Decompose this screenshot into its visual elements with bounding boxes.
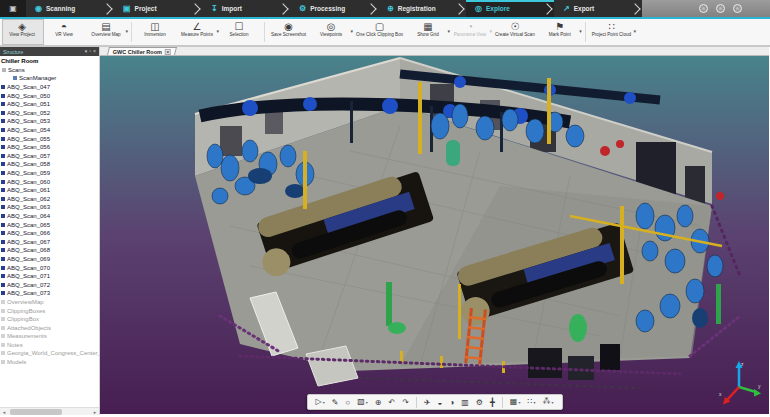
panel-pin-icon[interactable]: ▫ [89,49,91,54]
tree-item[interactable]: ABQ_Scan_052 [1,109,99,118]
vr-view-button[interactable]: ◓ VR View ▾ [44,19,86,45]
select-tool[interactable]: ▷▾ [315,397,324,406]
tree-item[interactable]: ABQ_Scan_073 [1,289,99,298]
tree-item[interactable]: ABQ_Scan_058 [1,160,99,169]
tree-item[interactable]: ABQ_Scan_060 [1,177,99,186]
tree-item[interactable]: ABQ_Scan_065 [1,220,99,229]
show-grid-button[interactable]: ▦ Show Grid ▾ [408,19,450,45]
tab-scanning[interactable]: ◉ Scanning [26,0,114,17]
tree-item[interactable]: ClippingBoxes [1,306,99,315]
tree-item[interactable]: Models [1,358,99,367]
tree-item[interactable]: ABQ_Scan_063 [1,203,99,212]
settings-tool[interactable]: ⚙▾ [476,398,483,407]
tree-item[interactable]: ABQ_Scan_068 [1,246,99,255]
tree-item[interactable]: ABQ_Scan_059 [1,169,99,178]
tab-project[interactable]: ▣ Project [114,0,202,17]
one-click-clipping-box-button[interactable]: ▢ One Click Clipping Box ▾ [353,19,408,45]
viewport-tab-gwc-chiller-room[interactable]: GWC Chiller Room × [107,47,177,55]
tree-item[interactable]: ABQ_Scan_072 [1,280,99,289]
tree-item[interactable]: AttachedObjects [1,323,99,332]
grid-view-tool[interactable]: ▦▾ [510,397,521,406]
point-size-tool[interactable]: ∷▾ [527,397,535,406]
tree-item[interactable]: ABQ_Scan_062 [1,195,99,204]
horizontal-scrollbar[interactable]: ◂ ▸ [0,407,99,415]
tree-item[interactable]: ABQ_Scan_047 [1,83,99,92]
tab-explore[interactable]: ◎ Explore [466,0,554,17]
tree-item[interactable]: OverviewMap [1,298,99,307]
tree-item[interactable]: ABQ_Scan_050 [1,91,99,100]
mark-point-button[interactable]: ⚑ Mark Point ▾ [540,19,582,45]
tree-item[interactable]: ABQ_Scan_053 [1,117,99,126]
tab-processing[interactable]: ⚙ Processing [290,0,378,17]
tree-item[interactable]: ABQ_Scan_067 [1,237,99,246]
titlebar-circle-icon[interactable] [699,4,708,13]
vr-mode-tool[interactable]: ◒▾ [438,398,443,407]
orbit-tool[interactable]: ▧▾ [357,397,368,406]
titlebar-circle-icon[interactable] [716,4,725,13]
toolbar-divider[interactable]: ▾ [264,22,265,42]
structure-view-tool[interactable]: ▥▾ [461,398,469,407]
zoom-tool[interactable]: ○▾ [345,398,350,407]
selection-button[interactable]: ☐ Selection ▾ [219,19,261,45]
fly-tool[interactable]: ✈▾ [424,398,431,407]
immersion-button[interactable]: ◫ Immersion ▾ [135,19,177,45]
contrast-tool[interactable]: ◑▾ [449,398,454,407]
app-menu-button[interactable]: ▣ [0,0,26,17]
create-virtual-scan-button[interactable]: ☉ Create Virtual Scan ▾ [492,19,540,45]
rotate-cw-tool[interactable]: ↷▾ [402,398,409,407]
chevron-down-icon[interactable]: ▾ [634,28,637,34]
chevron-down-icon[interactable]: ▾ [125,28,128,34]
scroll-left-icon[interactable]: ◂ [0,409,8,415]
tree-item-icon [1,360,5,364]
scrollbar-thumb[interactable] [10,409,62,415]
tree-item[interactable]: Measurements [1,332,99,341]
scroll-right-icon[interactable]: ▸ [91,409,99,415]
save-screenshot-button[interactable]: ◉ Save Screenshot ▾ [268,19,311,45]
fullscreen-tool[interactable]: ╋▾ [490,398,495,407]
navbar-divider[interactable]: ▾ [416,397,417,408]
rotate-ccw-tool[interactable]: ↶▾ [388,398,395,407]
tree-item[interactable]: Notes [1,341,99,350]
tree-item[interactable]: ABQ_Scan_070 [1,263,99,272]
tree-item[interactable]: ABQ_Scan_056 [1,143,99,152]
close-icon[interactable]: × [165,49,171,55]
tree-item[interactable]: ABQ_Scan_061 [1,186,99,195]
overview-map-button[interactable]: ▤ Overview Map ▾ [86,19,128,45]
panel-dropdown-icon[interactable]: ▾ [85,49,88,54]
tree-item[interactable]: ABQ_Scan_064 [1,212,99,221]
tree-item[interactable]: Scans [2,66,99,75]
tree-item[interactable]: ABQ_Scan_071 [1,272,99,281]
panel-close-icon[interactable]: × [93,49,96,54]
tab-export[interactable]: ↗ Export [554,0,642,17]
tree-item-label: ABQ_Scan_066 [7,230,50,236]
tree-item[interactable]: ABQ_Scan_054 [1,126,99,135]
measure-points-button[interactable]: ∠ Measure Points ▾ [177,19,219,45]
titlebar-circle-icon[interactable] [733,4,742,13]
project-point-cloud-button[interactable]: ∷ Project Point Cloud ▾ [589,19,636,45]
draw-tool[interactable]: ✎▾ [332,398,339,407]
panorama-view-button[interactable]: ◔ Panorama View ▾ [450,19,492,45]
viewpoints-button[interactable]: ◎ Viewpoints ▾ [311,19,353,45]
chevron-down-icon[interactable]: ▾ [579,28,582,34]
toolbar-divider[interactable]: ▾ [585,22,586,42]
tree-item[interactable]: Chiller Room [0,57,99,66]
point-cloud-scene[interactable] [100,56,769,414]
scrollbar-track[interactable] [8,409,91,415]
view-project-button[interactable]: ◈ View Project ▾ [2,19,44,45]
tree-item[interactable]: Georgia_World_Congress_Center_Chiller_Ro… [1,349,99,358]
pan-tool[interactable]: ⊕▾ [375,398,382,407]
render-options-tool[interactable]: ⁂▾ [543,397,554,406]
tab-label: Explore [486,5,510,12]
toolbar-divider[interactable]: ▾ [131,22,132,42]
tree-item[interactable]: ABQ_Scan_066 [1,229,99,238]
tab-registration[interactable]: ⊕ Registration [378,0,466,17]
tree-item[interactable]: ABQ_Scan_069 [1,255,99,264]
tree-item[interactable]: ABQ_Scan_055 [1,134,99,143]
tree-item[interactable]: ABQ_Scan_051 [1,100,99,109]
tree-item[interactable]: ScanManager [13,74,99,83]
tree-item[interactable]: ABQ_Scan_057 [1,152,99,161]
tree-item[interactable]: ClippingBox [1,315,99,324]
navbar-divider[interactable]: ▾ [502,397,503,408]
tab-import[interactable]: ↧ Import [202,0,290,17]
axis-gizmo[interactable]: z y x [715,357,763,409]
